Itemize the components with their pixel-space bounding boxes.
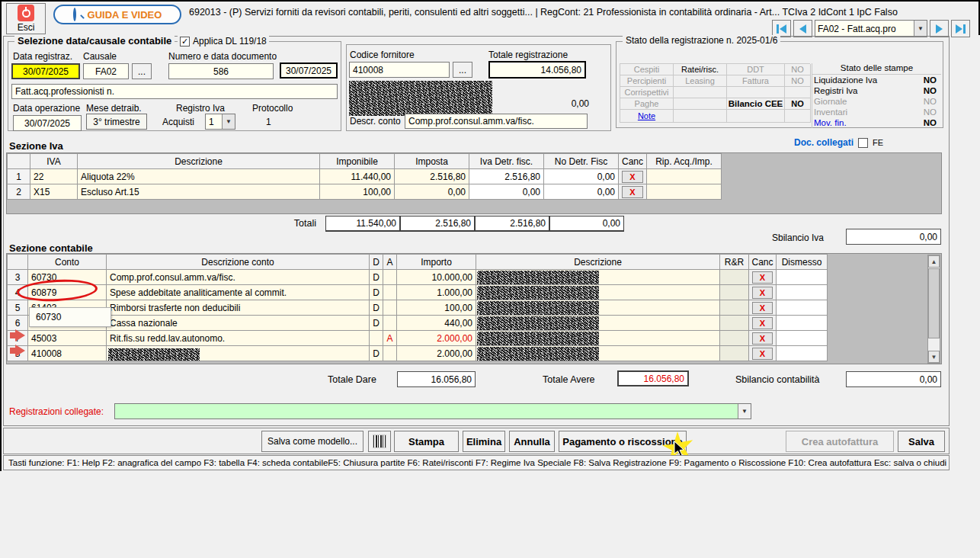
canc-row-button[interactable]: X <box>622 186 643 198</box>
codice-fornitore-field[interactable]: 410008 <box>349 62 450 78</box>
pagamento-riscossione-button[interactable]: Pagamento o riscossione <box>559 431 687 452</box>
avere-cell[interactable] <box>383 270 397 285</box>
iva-detr-cell[interactable]: 2.516,80 <box>469 169 544 184</box>
canc-row-button[interactable]: X <box>752 332 773 345</box>
iva-descr-cell[interactable]: Escluso Art.15 <box>78 184 320 200</box>
doc-collegati-link[interactable]: Doc. collegati <box>794 137 853 148</box>
avere-cell[interactable]: A <box>383 331 397 346</box>
guide-video-button[interactable]: GUIDA E VIDEO <box>53 5 181 24</box>
canc-row-button[interactable]: X <box>752 317 773 329</box>
numero-documento-field[interactable]: 586 <box>168 63 274 79</box>
causale-field[interactable]: FA02 <box>83 63 129 79</box>
dare-cell[interactable]: D <box>370 270 383 285</box>
importo-cell[interactable]: 100,00 <box>397 300 476 316</box>
imposta-cell[interactable]: 0,00 <box>395 184 469 200</box>
stato-title: Stato della registrazione n. 2025-01/6 <box>623 35 780 46</box>
salva-modello-button[interactable]: Salva come modello... <box>261 431 363 452</box>
stampe-value: NO <box>924 97 937 106</box>
barcode-button[interactable] <box>368 431 391 452</box>
canc-row-button[interactable]: X <box>622 171 643 183</box>
totale-avere-field: 16.056,80 <box>617 370 689 386</box>
importo-cell[interactable]: 2.000,00 <box>397 331 476 346</box>
causale-lookup-button[interactable]: ... <box>132 63 152 79</box>
iva-detr-cell[interactable]: 0,00 <box>469 184 544 200</box>
vertical-scrollbar[interactable]: ▲ ▼ <box>927 255 940 364</box>
descr2-cell[interactable] <box>476 316 720 331</box>
avere-cell[interactable] <box>383 316 397 331</box>
descr2-cell[interactable] <box>476 346 720 361</box>
fe-label: FE <box>873 138 883 147</box>
chevron-down-icon[interactable]: ▼ <box>222 114 235 129</box>
descr-conto-cell[interactable]: Cassa nazionale <box>107 316 370 331</box>
avere-cell[interactable] <box>383 285 397 300</box>
dare-cell[interactable] <box>370 331 383 346</box>
canc-row-button[interactable]: X <box>752 271 773 284</box>
dare-cell[interactable]: D <box>370 316 383 331</box>
descr-conto-cell[interactable]: Comp.prof.consul.amm.va/fisc. <box>107 270 370 285</box>
no-detr-cell[interactable]: 0,00 <box>544 169 619 184</box>
fornitore-lookup-button[interactable]: ... <box>453 62 472 78</box>
descr2-cell[interactable] <box>476 270 720 285</box>
conto-cell[interactable]: 410008 <box>28 346 107 361</box>
scrollbar-thumb[interactable] <box>928 268 940 338</box>
descrizione-causale-field[interactable]: Fatt.acq.professionisti n. <box>11 84 338 99</box>
registrazioni-collegate-select[interactable]: ▼ <box>114 403 751 419</box>
descr-conto-cell[interactable] <box>107 346 370 361</box>
totale-imposta: 2.516,80 <box>400 216 475 232</box>
descr-conto-cell[interactable]: Rimborsi trasferte non deducibili <box>107 300 370 316</box>
chevron-down-icon[interactable]: ▼ <box>738 404 751 418</box>
descr2-cell[interactable] <box>476 285 720 300</box>
canc-row-button[interactable]: X <box>752 302 773 314</box>
stampa-button[interactable]: Stampa <box>394 431 459 452</box>
annulla-button[interactable]: Annulla <box>509 431 555 452</box>
conto-autocomplete-overlay[interactable]: 60730 <box>29 307 111 327</box>
doc-collegati-row: Doc. collegati FE <box>794 137 883 148</box>
iva-descr-cell[interactable]: Aliquota 22% <box>78 169 320 184</box>
iva-code-cell[interactable]: 22 <box>30 169 78 184</box>
salva-button[interactable]: Salva <box>898 431 945 452</box>
scroll-up-icon[interactable]: ▲ <box>928 255 940 268</box>
avere-cell[interactable] <box>383 346 397 361</box>
imponibile-cell[interactable]: 100,00 <box>320 184 395 200</box>
data-documento-field[interactable]: 30/07/2025 <box>280 63 338 79</box>
checkbox-checked-icon[interactable]: ✓ <box>180 37 190 46</box>
importo-cell[interactable]: 1.000,00 <box>397 285 476 300</box>
importo-cell[interactable]: 2.000,00 <box>397 346 476 361</box>
applica-dl-check[interactable]: ✓ Applica DL 119/18 <box>178 36 269 46</box>
next-record-button[interactable] <box>930 20 949 37</box>
canc-row-button[interactable]: X <box>752 348 773 360</box>
canc-row-button[interactable]: X <box>752 287 773 299</box>
causale-selector[interactable]: FA02 - Fatt.acq.pro ▼ <box>815 20 927 37</box>
importo-cell[interactable]: 10.000,00 <box>397 270 476 285</box>
avere-cell[interactable] <box>383 300 397 316</box>
conto-cell[interactable]: 45003 <box>28 331 107 346</box>
scroll-down-icon[interactable]: ▼ <box>928 351 940 363</box>
imponibile-cell[interactable]: 11.440,00 <box>320 169 395 184</box>
prev-record-button[interactable] <box>793 20 812 37</box>
chevron-down-icon[interactable]: ▼ <box>914 21 927 37</box>
dare-cell[interactable]: D <box>370 285 383 300</box>
descr2-cell[interactable] <box>476 331 720 346</box>
totale-detr: 2.516,80 <box>475 216 549 232</box>
data-operazione-field[interactable]: 30/07/2025 <box>13 115 82 131</box>
sbilancio-contabilita-label: Sbilancio contabilità <box>735 374 820 385</box>
last-record-button[interactable] <box>951 20 970 37</box>
no-detr-cell[interactable]: 0,00 <box>544 184 619 200</box>
importo-cell[interactable]: 440,00 <box>397 316 476 331</box>
exit-button[interactable]: Esci <box>6 3 46 34</box>
dare-cell[interactable]: D <box>370 346 383 361</box>
fe-checkbox[interactable] <box>858 138 868 148</box>
descr-conto-field[interactable]: Comp.prof.consul.amm.va/fisc. <box>405 114 588 129</box>
descr-conto-cell[interactable]: Spese addebitate analiticamente al commi… <box>107 285 370 300</box>
mov-fin-link[interactable]: Mov. fin. <box>814 118 847 127</box>
iva-code-cell[interactable]: X15 <box>30 184 78 200</box>
registro-iva-select[interactable]: 1 ▼ <box>205 114 235 130</box>
data-registraz-field[interactable]: 30/07/2025 <box>11 63 80 79</box>
descr2-cell[interactable] <box>476 300 720 316</box>
crea-autofattura-button[interactable]: Crea autofattura <box>786 431 894 452</box>
elimina-button[interactable]: Elimina <box>463 431 505 452</box>
dare-cell[interactable]: D <box>370 300 383 316</box>
descr-conto-cell[interactable]: Rit.fis.su redd.lav.autonomo. <box>107 331 370 346</box>
imposta-cell[interactable]: 2.516,80 <box>395 169 469 184</box>
note-link[interactable]: Note <box>638 111 655 120</box>
